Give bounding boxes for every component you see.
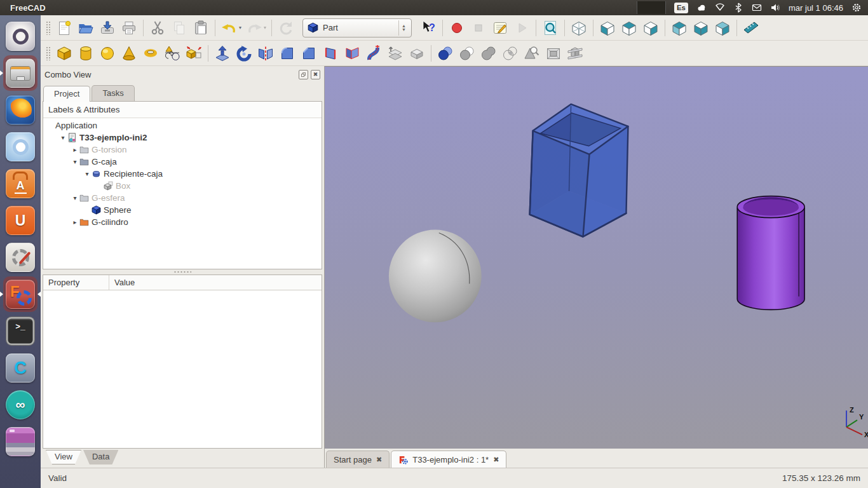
column-header-property[interactable]: Property [43, 275, 109, 290]
check-geometry-button[interactable] [521, 43, 543, 64]
files-icon[interactable] [6, 58, 35, 88]
tab-data[interactable]: Data [83, 450, 118, 464]
section-cut-button[interactable] [564, 43, 586, 64]
tree-item-box[interactable]: Box [43, 180, 322, 192]
fillet-button[interactable] [276, 43, 298, 64]
mail-icon[interactable] [752, 3, 762, 13]
close-tab-icon[interactable]: ✖ [493, 456, 499, 464]
expander-icon[interactable]: ▸ [71, 146, 79, 153]
expander-icon[interactable]: ▾ [58, 134, 67, 141]
offset-button[interactable] [384, 43, 406, 64]
model-tree[interactable]: Application▾T33-ejemplo-ini2▸G-torsion▾G… [43, 118, 322, 269]
network-icon[interactable] [715, 3, 725, 13]
part-cylinder-button[interactable] [75, 43, 97, 64]
view-left-button[interactable] [712, 17, 733, 39]
expander-icon[interactable]: ▸ [71, 219, 79, 226]
sphere-object[interactable] [389, 230, 482, 323]
3d-view[interactable]: Z Y X [325, 66, 868, 449]
open-file-button[interactable] [75, 17, 97, 39]
tree-item-g-esfera[interactable]: ▾G-esfera [43, 192, 322, 204]
new-file-button[interactable] [53, 17, 75, 39]
workbench-selector[interactable]: Part▲▼ [302, 18, 412, 37]
keyboard-layout-indicator[interactable]: Es [674, 3, 688, 13]
ubuntu-dash-icon[interactable] [6, 22, 35, 51]
cut-button[interactable] [147, 17, 168, 39]
session-gear-icon[interactable] [851, 3, 862, 13]
c-ide-icon[interactable]: C [6, 353, 35, 383]
undo-dropdown-icon[interactable]: ▾ [239, 25, 241, 30]
paste-button[interactable] [190, 17, 212, 39]
expander-icon[interactable]: ▾ [83, 170, 92, 177]
make-face-button[interactable] [320, 43, 341, 64]
part-torus-button[interactable] [140, 43, 161, 64]
measure-linear-button[interactable] [740, 17, 762, 39]
toolbar-handle[interactable] [46, 46, 51, 60]
boolean-button[interactable] [435, 43, 456, 64]
tab-view[interactable]: View [46, 450, 81, 464]
cross-sections-button[interactable] [543, 43, 564, 64]
bluetooth-icon[interactable] [733, 3, 743, 13]
undo-button[interactable]: ▾ [219, 17, 243, 39]
extrude-button[interactable] [212, 43, 233, 64]
freecad-icon[interactable]: F [6, 280, 35, 309]
revolve-button[interactable] [233, 43, 255, 64]
view-rear-button[interactable] [668, 17, 690, 39]
toolbar-handle[interactable] [46, 21, 51, 35]
tree-item-recipiente-caja[interactable]: ▾Recipiente-caja [43, 168, 322, 180]
cylinder-object[interactable] [737, 196, 804, 310]
macro-record-button[interactable] [446, 17, 468, 39]
mdi-tab-t33-ejemplo-ini2-1[interactable]: T33-ejemplo-ini2 : 1*✖ [391, 451, 506, 468]
macro-edit-button[interactable] [489, 17, 511, 39]
window-preview[interactable] [637, 1, 666, 14]
tree-item-sphere[interactable]: Sphere [43, 204, 322, 216]
view-right-button[interactable] [640, 17, 661, 39]
part-sphere-button[interactable] [97, 43, 118, 64]
part-cone-button[interactable] [118, 43, 140, 64]
view-axonometric-button[interactable] [568, 17, 590, 39]
close-panel-icon[interactable]: ✖ [311, 70, 320, 79]
expander-icon[interactable]: ▾ [71, 158, 79, 165]
expander-icon[interactable]: ▾ [71, 194, 79, 201]
firefox-icon[interactable] [6, 95, 35, 125]
chamfer-button[interactable] [298, 43, 320, 64]
part-box-button[interactable] [53, 43, 75, 64]
tab-tasks[interactable]: Tasks [92, 85, 134, 101]
sweep-button[interactable] [363, 43, 384, 64]
property-editor[interactable] [43, 290, 322, 448]
software-center-icon[interactable]: A [6, 169, 35, 198]
chromium-icon[interactable] [6, 132, 35, 161]
thickness-button[interactable] [406, 43, 428, 64]
system-settings-icon[interactable] [6, 243, 35, 272]
ruled-surface-button[interactable] [341, 43, 363, 64]
create-primitives-button[interactable] [161, 43, 183, 64]
tab-project[interactable]: Project [43, 86, 90, 102]
app-stack-icon[interactable] [6, 427, 35, 456]
column-header-value[interactable]: Value [109, 275, 322, 290]
whats-this-button[interactable] [417, 17, 439, 39]
tree-item-t33-ejemplo-ini2[interactable]: ▾T33-ejemplo-ini2 [43, 132, 322, 144]
tree-item-g-cilindro[interactable]: ▸G-cilindro [43, 216, 322, 228]
container-box-object[interactable] [530, 104, 628, 237]
tree-item-application[interactable]: Application [43, 119, 322, 132]
boolean-union-button[interactable] [478, 43, 499, 64]
workbench-spinner-icon[interactable]: ▲▼ [398, 20, 409, 36]
fit-all-button[interactable] [539, 17, 561, 39]
print-button[interactable] [118, 17, 140, 39]
tree-item-g-torsion[interactable]: ▸G-torsion [43, 144, 322, 156]
cloud-icon[interactable] [696, 3, 707, 13]
terminal-icon[interactable]: >_ [6, 316, 35, 346]
mirror-button[interactable] [255, 43, 276, 64]
close-tab-icon[interactable]: ✖ [376, 456, 382, 464]
panel-splitter[interactable] [41, 269, 324, 274]
view-top-button[interactable] [618, 17, 640, 39]
view-front-button[interactable] [597, 17, 618, 39]
tree-item-g-caja[interactable]: ▾G-caja [43, 156, 322, 168]
float-panel-icon[interactable] [299, 70, 308, 79]
arduino-icon[interactable]: ∞ [6, 390, 35, 419]
shape-builder-button[interactable] [183, 43, 205, 64]
boolean-intersection-button[interactable] [499, 43, 521, 64]
view-bottom-button[interactable] [690, 17, 712, 39]
3d-scene[interactable]: Z Y X [325, 67, 868, 449]
save-file-button[interactable] [97, 17, 118, 39]
boolean-cut-button[interactable] [456, 43, 478, 64]
